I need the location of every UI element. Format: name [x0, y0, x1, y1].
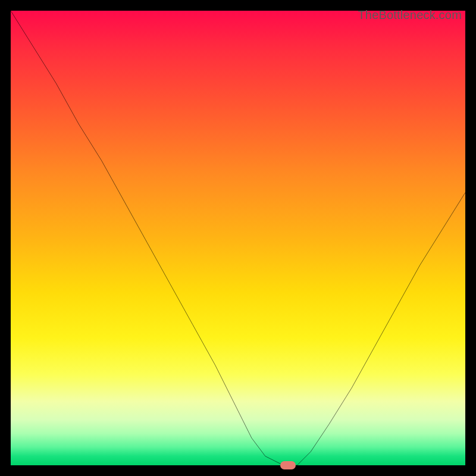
bottleneck-curve — [11, 11, 465, 465]
optimal-point-marker — [280, 461, 296, 469]
chart-frame: TheBottleneck.com — [0, 0, 476, 476]
plot-area: TheBottleneck.com — [11, 11, 465, 465]
